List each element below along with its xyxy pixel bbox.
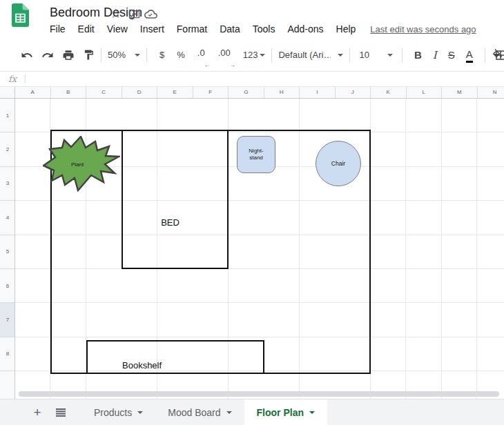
column-header-K[interactable]: K — [371, 87, 407, 99]
formula-bar[interactable]: fx — [0, 71, 504, 87]
floor-plan-plant[interactable]: Plant — [43, 136, 120, 192]
titlebar: Bedroom Design ☆ FileEditViewInsertForma… — [0, 0, 504, 39]
column-header-M[interactable]: M — [442, 87, 478, 99]
increase-decimal-button[interactable]: .00→ — [218, 46, 231, 64]
strikethrough-button[interactable]: S — [448, 46, 455, 64]
zoom-select[interactable]: 50% — [108, 46, 140, 64]
select-all-corner[interactable] — [0, 87, 15, 99]
row-header-3[interactable]: 3 — [0, 167, 15, 201]
row-header-7[interactable]: 7 — [0, 303, 15, 337]
bookshelf-label: Bookshelf — [122, 360, 162, 370]
sheet-list-icon — [56, 408, 66, 417]
cloud-saved-icon[interactable] — [144, 9, 157, 19]
paint-format-button[interactable] — [83, 46, 95, 64]
borders-button[interactable] — [494, 46, 504, 64]
menu-view[interactable]: View — [101, 23, 134, 34]
text-color-button[interactable]: A — [466, 48, 473, 63]
menu-addons[interactable]: Add-ons — [281, 23, 329, 34]
row-header-1[interactable]: 1 — [0, 99, 15, 132]
column-header-H[interactable]: H — [264, 87, 300, 99]
bed-label: BED — [123, 217, 217, 228]
column-header-N[interactable]: N — [478, 87, 504, 99]
sheets-logo-icon[interactable] — [12, 3, 29, 27]
row-header-6[interactable]: 6 — [0, 269, 15, 303]
floor-plan-nightstand[interactable]: Night- stand — [237, 136, 275, 173]
menu-tools[interactable]: Tools — [246, 23, 282, 34]
number-format-button[interactable]: 123 — [243, 46, 266, 64]
row-header-5[interactable]: 5 — [0, 235, 15, 269]
toolbar: 50% $ % .0← .00→ 123 Default (Ari… 10 B … — [0, 39, 504, 71]
chevron-down-icon — [260, 54, 265, 57]
divider — [271, 48, 272, 62]
column-header-L[interactable]: L — [407, 87, 443, 99]
divider — [485, 48, 485, 62]
undo-button[interactable] — [21, 46, 33, 64]
divider — [146, 48, 147, 62]
menu-file[interactable]: File — [43, 23, 72, 34]
floor-plan-chair[interactable]: Chair — [316, 141, 361, 186]
arrow-left-icon: ← — [204, 62, 210, 68]
spreadsheet-grid: ABCDEFGHIJKLMN 12345678 BED Bookshelf Pl… — [0, 87, 504, 399]
column-header-J[interactable]: J — [336, 87, 371, 99]
divider — [349, 48, 350, 62]
row-header-2[interactable]: 2 — [0, 132, 15, 166]
tab-floor-plan-label: Floor Plan — [257, 407, 304, 418]
menu-data[interactable]: Data — [213, 23, 246, 34]
menu-format[interactable]: Format — [171, 23, 213, 34]
tab-mood-board-label: Mood Board — [168, 407, 220, 418]
floor-plan-bed[interactable]: BED — [122, 130, 229, 269]
print-button[interactable] — [62, 46, 75, 64]
chair-label: Chair — [331, 160, 345, 167]
nightstand-label: Night- stand — [249, 148, 263, 162]
column-header-F[interactable]: F — [193, 87, 229, 99]
tab-products[interactable]: Products — [81, 399, 155, 425]
divider — [101, 48, 101, 62]
tab-floor-plan[interactable]: Floor Plan — [244, 399, 327, 425]
font-family-select[interactable]: Default (Ari… — [278, 46, 343, 64]
row-header-8[interactable]: 8 — [0, 337, 15, 371]
format-percent-button[interactable]: % — [177, 46, 185, 64]
fx-icon: fx — [8, 74, 17, 84]
chevron-down-icon — [135, 54, 140, 57]
column-header-E[interactable]: E — [157, 87, 193, 99]
plant-label: Plant — [43, 161, 112, 168]
column-header-B[interactable]: B — [51, 87, 87, 99]
menu-edit[interactable]: Edit — [72, 23, 101, 34]
bold-button[interactable]: B — [414, 46, 422, 64]
horizontal-scrollbar[interactable] — [19, 391, 499, 397]
chevron-down-icon — [387, 54, 393, 57]
column-header-I[interactable]: I — [300, 87, 336, 99]
column-header-A[interactable]: A — [15, 87, 51, 99]
add-sheet-button[interactable]: + — [29, 399, 46, 425]
divider — [25, 75, 26, 83]
chevron-down-icon[interactable] — [226, 411, 232, 414]
star-icon[interactable]: ☆ — [110, 6, 122, 21]
row-headers: 12345678 — [0, 99, 15, 399]
redo-button[interactable] — [41, 46, 54, 64]
decrease-decimal-button[interactable]: .0← — [197, 46, 205, 64]
tab-mood-board[interactable]: Mood Board — [155, 399, 244, 425]
row-header-4[interactable]: 4 — [0, 201, 15, 235]
italic-button[interactable]: I — [433, 46, 437, 64]
chevron-down-icon[interactable] — [309, 411, 315, 414]
sheet-tab-bar: + Products Mood Board Floor Plan — [0, 399, 504, 425]
tab-products-label: Products — [94, 407, 132, 418]
all-sheets-button[interactable] — [52, 399, 69, 425]
move-to-folder-icon[interactable] — [128, 9, 140, 19]
last-edit-status[interactable]: Last edit was seconds ago — [370, 24, 476, 34]
menu-help[interactable]: Help — [330, 23, 362, 34]
floor-plan-bookshelf[interactable]: Bookshelf — [86, 340, 264, 374]
menu-insert[interactable]: Insert — [134, 23, 171, 34]
column-header-G[interactable]: G — [229, 87, 264, 99]
arrow-right-icon: → — [230, 62, 235, 68]
format-currency-button[interactable]: $ — [159, 46, 164, 64]
column-headers: ABCDEFGHIJKLMN — [15, 87, 504, 99]
font-size-select[interactable]: 10 — [359, 46, 392, 64]
column-header-C[interactable]: C — [86, 87, 122, 99]
sheet-canvas[interactable]: BED Bookshelf Plant Night- stand Chair — [15, 99, 504, 399]
chevron-down-icon[interactable] — [137, 411, 143, 414]
google-sheets-app: Bedroom Design ☆ FileEditViewInsertForma… — [0, 0, 504, 425]
divider — [402, 48, 403, 62]
menubar: FileEditViewInsertFormatDataToolsAdd-ons… — [43, 23, 362, 34]
column-header-D[interactable]: D — [122, 87, 158, 99]
